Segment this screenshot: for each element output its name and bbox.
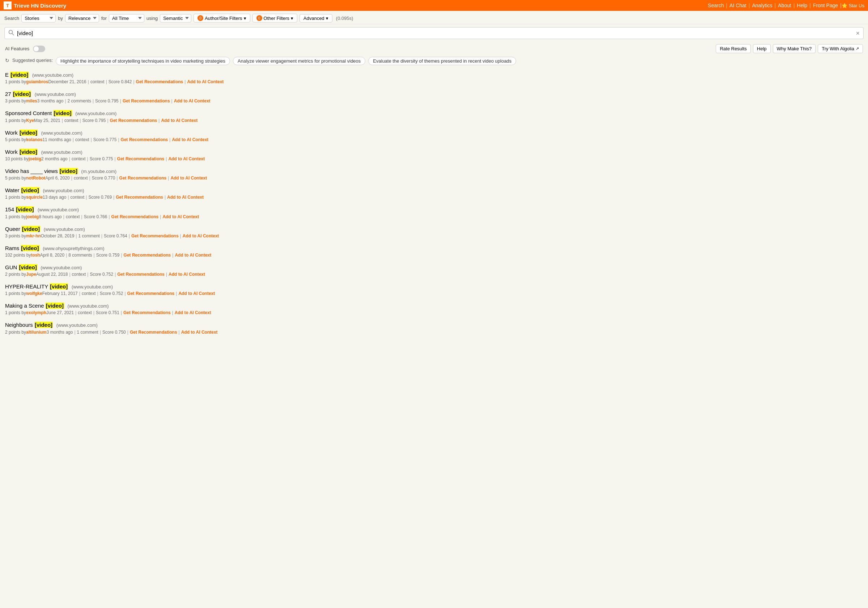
result-title-5[interactable]: Video has ____ views [video] (m.youtube.… — [5, 167, 863, 175]
result-highlight-13: [video] — [34, 322, 53, 328]
search-input[interactable] — [17, 30, 853, 36]
clear-search-button[interactable]: × — [856, 30, 860, 37]
result-context-11[interactable]: context — [82, 291, 96, 296]
nav-about[interactable]: About — [776, 3, 794, 8]
result-author-10[interactable]: Jupe — [26, 272, 36, 277]
result-title-2[interactable]: Sponsored Content [video] (www.youtube.c… — [5, 109, 863, 117]
ai-features-right: Rate Results Help Why Make This? Try Wit… — [716, 44, 863, 53]
nav-analytics[interactable]: Analytics — [750, 3, 774, 8]
add-to-ai-context-7[interactable]: Add to AI Context — [163, 214, 199, 219]
search-time-select[interactable]: All Time Past Day Past Week Past Month P… — [109, 14, 144, 22]
result-title-4[interactable]: Work [video] (www.youtube.com) — [5, 148, 863, 155]
result-title-0[interactable]: E [video] (www.youtube.com) — [5, 71, 863, 79]
add-to-ai-context-0[interactable]: Add to AI Context — [187, 79, 223, 84]
result-title-11[interactable]: HYPER-REALITY [video] (www.youtube.com) — [5, 283, 863, 290]
result-meta-0: 1 points by guiambros December 21, 2016 … — [5, 79, 863, 84]
rate-results-button[interactable]: Rate Results — [716, 44, 750, 53]
search-method-select[interactable]: Semantic Fulltext Hybrid — [160, 14, 191, 22]
try-algolia-button[interactable]: Try With Algolia ↗ — [818, 44, 863, 53]
star-button[interactable]: ⭐ Star Us — [842, 3, 864, 8]
result-title-6[interactable]: Water [video] (www.youtube.com) — [5, 187, 863, 194]
nav-search[interactable]: Search — [705, 3, 726, 8]
add-to-ai-context-3[interactable]: Add to AI Context — [172, 137, 208, 142]
result-title-1[interactable]: 27 [video] (www.youtube.com) — [5, 90, 863, 98]
get-recommendations-3[interactable]: Get Recommendations — [121, 137, 168, 142]
suggested-query-2[interactable]: Analyze viewer engagement metrics for pr… — [233, 57, 365, 65]
result-context-3[interactable]: context — [75, 137, 89, 142]
result-author-6[interactable]: squircle — [26, 195, 43, 200]
result-title-8[interactable]: Queer [video] (www.youtube.com) — [5, 225, 863, 233]
add-to-ai-context-9[interactable]: Add to AI Context — [175, 253, 211, 258]
get-recommendations-13[interactable]: Get Recommendations — [130, 330, 177, 335]
search-type-select[interactable]: Stories Comments Users — [21, 14, 56, 22]
add-to-ai-context-6[interactable]: Add to AI Context — [167, 195, 204, 200]
result-author-3[interactable]: kolanos — [26, 137, 42, 142]
add-to-ai-context-4[interactable]: Add to AI Context — [168, 156, 205, 162]
result-context-5[interactable]: context — [74, 176, 88, 180]
get-recommendations-6[interactable]: Get Recommendations — [116, 195, 163, 200]
add-to-ai-context-12[interactable]: Add to AI Context — [175, 310, 211, 315]
ai-features-toggle[interactable] — [33, 46, 45, 52]
result-score-label-4: Score 0.775 — [90, 156, 113, 162]
add-to-ai-context-1[interactable]: Add to AI Context — [174, 98, 211, 104]
get-recommendations-11[interactable]: Get Recommendations — [127, 291, 175, 296]
suggested-query-3[interactable]: Evaluate the diversity of themes present… — [368, 57, 516, 65]
result-title-3[interactable]: Work [video] (www.youtube.com) — [5, 129, 863, 137]
nav-front-page[interactable]: Front Page — [811, 3, 840, 8]
suggested-query-1[interactable]: Highlight the importance of storytelling… — [56, 57, 230, 65]
search-sort-select[interactable]: Relevance Date Score — [65, 14, 99, 22]
why-make-this-button[interactable]: Why Make This? — [773, 44, 816, 53]
result-author-4[interactable]: joebig — [29, 156, 41, 162]
add-to-ai-context-2[interactable]: Add to AI Context — [161, 118, 197, 123]
add-to-ai-context-10[interactable]: Add to AI Context — [169, 272, 205, 277]
get-recommendations-10[interactable]: Get Recommendations — [117, 272, 164, 277]
get-recommendations-7[interactable]: Get Recommendations — [112, 214, 159, 219]
get-recommendations-2[interactable]: Get Recommendations — [110, 118, 157, 123]
get-recommendations-1[interactable]: Get Recommendations — [122, 98, 170, 104]
result-author-2[interactable]: Kye — [26, 118, 34, 123]
result-author-12[interactable]: exolymph — [26, 310, 46, 315]
add-to-ai-context-8[interactable]: Add to AI Context — [183, 233, 219, 238]
refresh-icon[interactable]: ↻ — [5, 58, 9, 63]
result-title-12[interactable]: Making a Scene [video] (www.youtube.com) — [5, 302, 863, 309]
result-author-0[interactable]: guiambros — [26, 79, 48, 84]
get-recommendations-9[interactable]: Get Recommendations — [124, 253, 171, 258]
get-recommendations-4[interactable]: Get Recommendations — [117, 156, 164, 162]
help-button[interactable]: Help — [753, 44, 771, 53]
get-recommendations-5[interactable]: Get Recommendations — [119, 176, 167, 180]
nav-ai-chat[interactable]: AI Chat — [727, 3, 749, 8]
result-title-9[interactable]: Rams [video] (www.ohyouprettythings.com) — [5, 244, 863, 252]
get-recommendations-8[interactable]: Get Recommendations — [131, 233, 179, 238]
result-context-12[interactable]: context — [78, 310, 92, 315]
result-context-0[interactable]: context — [90, 79, 104, 84]
result-author-1[interactable]: miles — [26, 98, 37, 104]
add-to-ai-context-11[interactable]: Add to AI Context — [178, 291, 215, 296]
result-context-6[interactable]: context — [71, 195, 85, 200]
result-comments-1[interactable]: 2 comments — [68, 98, 91, 104]
other-filter-button[interactable]: 0 Other Filters ▾ — [253, 14, 298, 22]
result-comments-8[interactable]: 1 comment — [79, 233, 100, 238]
result-context-10[interactable]: context — [72, 272, 86, 277]
result-context-7[interactable]: context — [66, 214, 80, 219]
result-author-5[interactable]: notRobot — [26, 176, 45, 180]
result-title-7[interactable]: 154 [video] (www.youtube.com) — [5, 205, 863, 213]
result-comments-13[interactable]: 1 comment — [77, 330, 98, 335]
result-date-1: 3 months ago — [37, 98, 64, 104]
author-filter-button[interactable]: 0 Author/Site Filters ▾ — [194, 14, 250, 22]
result-title-13[interactable]: Neighbours [video] (www.youtube.com) — [5, 321, 863, 329]
result-author-13[interactable]: altilunium — [26, 330, 46, 335]
result-author-9[interactable]: tosh — [31, 253, 40, 258]
result-context-2[interactable]: context — [64, 118, 79, 123]
advanced-button[interactable]: Advanced ▾ — [299, 14, 332, 22]
result-comments-9[interactable]: 8 comments — [68, 253, 92, 258]
add-to-ai-context-5[interactable]: Add to AI Context — [170, 176, 207, 180]
result-context-4[interactable]: context — [71, 156, 86, 162]
get-recommendations-0[interactable]: Get Recommendations — [136, 79, 183, 84]
nav-help[interactable]: Help — [795, 3, 809, 8]
get-recommendations-12[interactable]: Get Recommendations — [123, 310, 171, 315]
add-to-ai-context-13[interactable]: Add to AI Context — [181, 330, 218, 335]
result-author-7[interactable]: joebig — [26, 214, 39, 219]
result-author-8[interactable]: mkr-hn — [26, 233, 41, 238]
result-title-10[interactable]: GUN [video] (www.youtube.com) — [5, 263, 863, 271]
result-author-11[interactable]: wolfgke — [26, 291, 42, 296]
